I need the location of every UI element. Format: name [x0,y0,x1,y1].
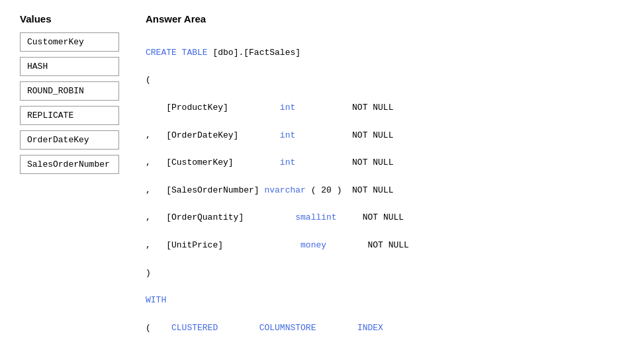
line-salesordernumber: , [SalesOrderNumber] nvarchar ( 20 ) NOT… [146,184,624,198]
value-box-round-robin[interactable]: ROUND_ROBIN [20,81,119,101]
line-customerkey: , [CustomerKey] int NOT NULL [146,156,624,170]
answer-panel: Answer Area CREATE TABLE [dbo].[FactSale… [146,13,624,356]
answer-title: Answer Area [146,13,624,24]
line-orderquantity: , [OrderQuantity] smallint NOT NULL [146,211,624,225]
line-distribution: , DISTRIBUTION = HASH ([ProductKey]) [146,349,624,356]
values-panel: Values CustomerKey HASH ROUND_ROBIN REPL… [20,13,119,179]
line-unitprice: , [UnitPrice] money NOT NULL [146,239,624,253]
line-create: CREATE TABLE [dbo].[FactSales] [146,46,624,60]
line-productkey: [ProductKey] int NOT NULL [146,101,624,115]
value-box-hash[interactable]: HASH [20,57,119,76]
line-close-paren: ) [146,267,624,281]
code-block: CREATE TABLE [dbo].[FactSales] ( [Produc… [146,32,624,356]
line-clustered: ( CLUSTERED COLUMNSTORE INDEX [146,322,624,335]
line-open-paren: ( [146,73,624,87]
main-container: Values CustomerKey HASH ROUND_ROBIN REPL… [20,13,624,356]
line-with: WITH [146,294,624,308]
line-orderdatekey: , [OrderDateKey] int NOT NULL [146,129,624,143]
value-box-salesordernumber[interactable]: SalesOrderNumber [20,155,119,174]
value-box-replicate[interactable]: REPLICATE [20,106,119,125]
value-box-orderdatekey[interactable]: OrderDateKey [20,130,119,150]
value-box-customerkey[interactable]: CustomerKey [20,32,119,52]
values-title: Values [20,13,119,24]
